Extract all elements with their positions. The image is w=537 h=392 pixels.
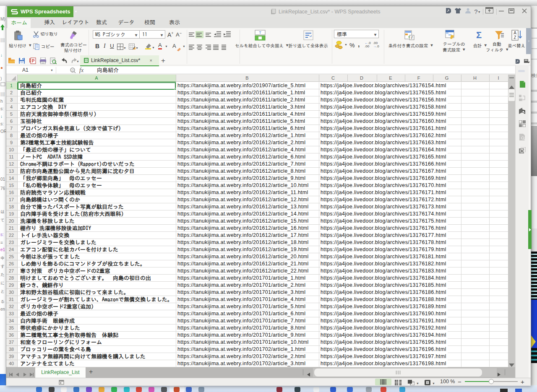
svg-text:Q: Q (71, 69, 74, 72)
svg-text:Z: Z (514, 35, 516, 40)
svg-text:P: P (32, 59, 35, 63)
svg-text:A: A (514, 31, 516, 35)
svg-text:T: T (259, 31, 261, 35)
